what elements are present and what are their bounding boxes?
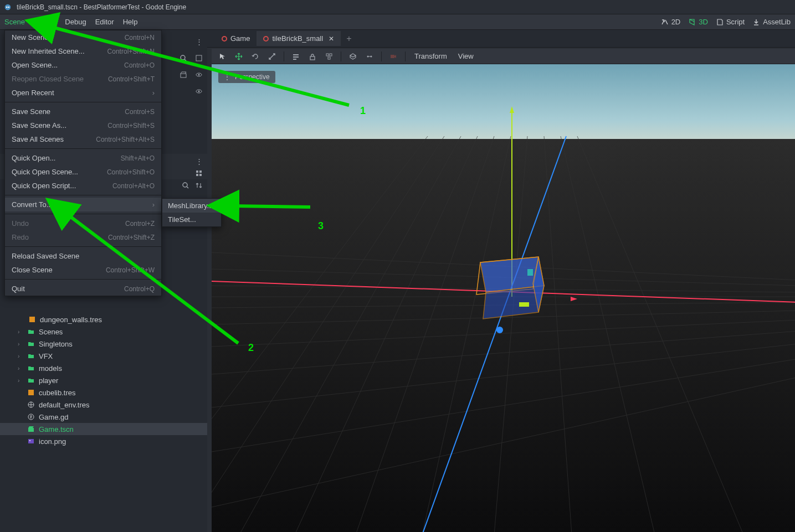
svg-rect-3 [293, 54, 299, 55]
workspace-3d[interactable]: 3D [688, 18, 708, 26]
menu-help[interactable]: Help [123, 18, 138, 26]
svg-rect-7 [326, 54, 329, 56]
svg-rect-9 [328, 57, 330, 59]
folder-icon [27, 364, 35, 373]
svg-line-18 [212, 331, 795, 374]
clapper-icon[interactable] [177, 69, 189, 81]
search-icon[interactable] [181, 180, 191, 190]
file-item[interactable]: Game.gd [0, 411, 207, 423]
menu-quick-open-script[interactable]: Quick Open Script...Control+Alt+O [5, 179, 161, 193]
menu-save-all[interactable]: Save All ScenesControl+Shift+Alt+S [5, 132, 161, 146]
camera-override[interactable] [386, 50, 401, 63]
svg-rect-44 [196, 55, 202, 61]
chevron-right-icon: › [18, 341, 23, 347]
file-item[interactable]: Game.tscn [0, 423, 207, 435]
file-item[interactable]: dungeon_walls.tres [0, 313, 207, 326]
search-icon[interactable] [177, 52, 189, 64]
annotation-label-3: 3 [318, 220, 324, 232]
svg-point-62 [29, 440, 30, 441]
select-tool[interactable] [215, 50, 229, 63]
view-menu[interactable]: View [454, 52, 478, 60]
close-icon[interactable]: ✕ [329, 35, 334, 43]
dots-icon[interactable]: ⋮ [193, 35, 205, 48]
folder-item[interactable]: › VFX [0, 350, 207, 362]
snap-toggle[interactable] [362, 50, 377, 63]
grid-view-icon[interactable] [194, 168, 204, 178]
menu-debug[interactable]: Debug [65, 18, 86, 26]
add-tab-button[interactable]: + [341, 30, 357, 47]
window-title: tileBrickB_small.tscn - BestPlatformerTe… [17, 3, 186, 11]
menu-save-scene[interactable]: Save SceneControl+S [5, 105, 161, 118]
expand-icon[interactable] [193, 52, 205, 64]
eye-icon[interactable] [193, 69, 205, 81]
menu-undo: UndoControl+Z [5, 216, 161, 230]
workspace-2d[interactable]: 2D [661, 18, 681, 26]
svg-rect-52 [196, 174, 198, 176]
sort-icon[interactable] [194, 180, 204, 190]
file-item[interactable]: default_env.tres [0, 399, 207, 411]
perspective-badge[interactable]: ⋮ Perspective [218, 71, 275, 83]
folder-icon [27, 352, 35, 360]
folder-item[interactable]: › Scenes [0, 326, 207, 338]
eye-icon[interactable] [193, 85, 205, 97]
folder-icon [27, 339, 35, 348]
scene-tab-game[interactable]: Game [215, 31, 257, 46]
svg-line-19 [212, 344, 795, 407]
svg-line-24 [239, 136, 461, 532]
menu-dots-icon: ⋮ [224, 73, 232, 81]
submenu-tileset[interactable]: TileSet... [162, 213, 221, 226]
3d-viewport[interactable]: ⋮ Perspective [212, 64, 795, 532]
menu-convert-to[interactable]: Convert To...› [5, 198, 161, 211]
svg-line-17 [212, 320, 795, 347]
lock-tool[interactable] [305, 50, 320, 63]
workspace-script[interactable]: Script [716, 18, 745, 26]
svg-line-32 [212, 136, 444, 532]
svg-point-54 [183, 183, 187, 187]
workspace-assetlib[interactable]: AssetLib [752, 18, 791, 26]
mesh-cube[interactable] [476, 257, 544, 319]
separator [381, 51, 382, 61]
menu-save-as[interactable]: Save Scene As...Control+Shift+S [5, 118, 161, 132]
menu-reopen-closed: Reopen Closed SceneControl+Shift+T [5, 72, 161, 86]
menu-quick-open[interactable]: Quick Open...Shift+Alt+O [5, 151, 161, 165]
svg-line-31 [577, 136, 743, 532]
svg-point-47 [198, 74, 200, 76]
menu-new-inherited[interactable]: New Inherited Scene...Control+Shift+N [5, 44, 161, 58]
svg-line-43 [184, 59, 186, 61]
svg-line-30 [561, 136, 655, 532]
rotate-tool[interactable] [248, 50, 263, 63]
separator [5, 246, 161, 247]
folder-item[interactable]: › Singletons [0, 338, 207, 350]
file-item[interactable]: icon.png [0, 435, 207, 447]
menu-quick-open-scene[interactable]: Quick Open Scene...Control+Shift+O [5, 165, 161, 179]
folder-icon [27, 376, 35, 385]
svg-line-33 [212, 136, 428, 532]
folder-item[interactable]: › player [0, 374, 207, 386]
group-tool[interactable] [322, 50, 336, 63]
menu-quit[interactable]: QuitControl+Q [5, 282, 161, 296]
scale-tool[interactable] [265, 50, 279, 63]
scene-tab-tilebrick[interactable]: tileBrickB_small ✕ [257, 31, 341, 46]
transform-menu[interactable]: Transform [410, 52, 452, 60]
menu-new-scene[interactable]: New SceneControl+N [5, 30, 161, 44]
menu-open-scene[interactable]: Open Scene...Control+O [5, 58, 161, 72]
z-axis [422, 136, 566, 532]
z-handle[interactable] [496, 327, 503, 333]
local-space-toggle[interactable] [346, 50, 360, 63]
svg-rect-60 [28, 428, 34, 432]
list-select-tool[interactable] [289, 50, 303, 63]
svg-rect-41 [527, 269, 533, 276]
file-item[interactable]: cubelib.tres [0, 386, 207, 399]
menu-open-recent[interactable]: Open Recent› [5, 86, 161, 100]
move-tool[interactable] [232, 50, 246, 63]
svg-line-27 [422, 136, 511, 532]
folder-item[interactable]: › models [0, 362, 207, 374]
menu-close-scene[interactable]: Close SceneControl+Shift+W [5, 263, 161, 277]
svg-line-20 [212, 359, 795, 452]
menu-editor[interactable]: Editor [95, 18, 114, 26]
menu-reload-saved[interactable]: Reload Saved Scene [5, 249, 161, 263]
menu-project[interactable]: Project [34, 18, 56, 26]
menu-scene[interactable]: Scene [4, 18, 25, 26]
submenu-meshlibrary[interactable]: MeshLibrary... [162, 199, 221, 213]
dots-icon[interactable]: ⋮ [194, 156, 204, 166]
